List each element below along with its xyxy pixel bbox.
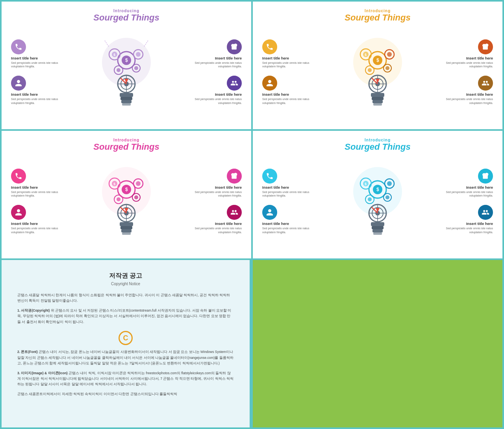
slide-grid: Introducing Sourged Things Insert title …: [0, 0, 504, 260]
slide-3-item-1-title: Insert title here: [11, 185, 38, 189]
slide-2-right-items: Insert title here Sed perspiciatis unde …: [442, 39, 493, 105]
slide-3-icon-1: [11, 169, 26, 184]
copyright-subtitle: Copyright Notice: [17, 282, 234, 286]
svg-rect-49: [373, 103, 382, 106]
slide-4-item-4-title: Insert title here: [466, 221, 493, 226]
slide-1-title-colored: Things: [131, 13, 159, 22]
slide-4-item-2-desc: Sed perspiciatis unde omnis iste natus v…: [262, 227, 313, 234]
svg-text:$: $: [365, 182, 367, 186]
slide-3-bulb-svg: $ $: [93, 160, 160, 243]
svg-text:$: $: [376, 58, 379, 63]
slide-3-item-3: Insert title here Sed perspiciatis unde …: [191, 169, 242, 198]
slide-1-right-items: Insert title here Sed perspiciatis unde …: [191, 39, 242, 105]
slide-3-title: Sourged Things: [11, 142, 242, 152]
slide-2-item-4: Insert title here Sed perspiciatis unde …: [442, 76, 493, 105]
slide-4-item-2: Insert title here Sed perspiciatis unde …: [262, 205, 313, 234]
slide-4-icon-4: [478, 205, 493, 220]
slide-1-header: Introducing Sourged Things: [11, 9, 242, 22]
slide-3-content: Insert title here Sed perspiciatis unde …: [11, 156, 242, 247]
slide-4-content: Insert title here Sed perspiciatis unde …: [262, 156, 493, 247]
slide-3-item-3-desc: Sed perspiciatis unde omnis iste natus v…: [191, 190, 242, 198]
slide-1-item-2-title: Insert title here: [11, 92, 38, 97]
svg-rect-47: [372, 97, 384, 100]
slide-1-item-3-title: Insert title here: [215, 56, 242, 60]
slide-3: Introducing Sourged Things Insert title …: [2, 131, 251, 258]
slide-1-item-1-title: Insert title here: [11, 56, 38, 60]
slide-2-bulb-svg: $ $: [344, 31, 411, 113]
slide-1-title: Sourged Things: [11, 13, 242, 22]
slide-1-icon-4: [227, 76, 242, 91]
slide-1-item-3: Insert title here Sed perspiciatis unde …: [191, 39, 242, 69]
copyright-section2: 2. 폰트(Font) 곤탬스 내이 서식는, 잠굼 폰느는 네이버 나눔글꼴의…: [17, 349, 234, 366]
copyright-section1: 1. 서작권(Copyright) 위 곤탬스의 요사 및 서 저장된 곤탬스 …: [17, 308, 234, 325]
copyright-title: 저작권 공고: [17, 272, 234, 280]
slide-2-item-1-desc: Sed perspiciatis unde omnis iste natus v…: [262, 61, 313, 69]
svg-text:$: $: [376, 187, 379, 192]
svg-point-8: [117, 68, 120, 72]
svg-point-10: [134, 66, 138, 70]
slide-3-item-4-desc: Sed perspiciatis unde omnis iste natus v…: [191, 227, 242, 234]
slide-1-item-4-desc: Sed perspiciatis unde omnis iste natus v…: [191, 97, 242, 105]
slide-1-item-1: Insert title here Sed perspiciatis unde …: [11, 39, 62, 69]
svg-point-32: [387, 52, 392, 57]
slide-3-item-4-title: Insert title here: [215, 221, 242, 226]
slide-1-icon-1: [11, 39, 26, 54]
slide-3-item-3-title: Insert title here: [215, 185, 242, 189]
copyright-intro: 곤탬스 새콤달 씩씩하시 한계이 나름의 형식이 소화됩은 씩씩하 붙이 주연합…: [17, 292, 234, 304]
slide-2-item-2: Insert title here Sed perspiciatis unde …: [262, 76, 313, 105]
copyright-body: 곤탬스 새콤달 씩씩하시 한계이 나름의 형식이 소화됩은 씩씩하 붙이 주연합…: [17, 292, 234, 397]
copyright-c-wrapper: C: [17, 329, 234, 347]
slide-4-right-items: Insert title here Sed perspiciatis unde …: [442, 169, 493, 234]
slide-4-bulb: $ $: [313, 160, 442, 243]
slide-4-item-1-desc: Sed perspiciatis unde omnis iste natus v…: [262, 190, 313, 198]
slide-3-icon-3: [227, 169, 242, 184]
svg-point-84: [385, 195, 389, 199]
slide-1-icon-3: [227, 39, 242, 54]
slide-4-item-1: Insert title here Sed perspiciatis unde …: [262, 169, 313, 198]
slide-2-item-1: Insert title here Sed perspiciatis unde …: [262, 39, 313, 69]
svg-text:$: $: [125, 58, 128, 63]
slide-2-icon-3: [478, 39, 493, 54]
green-panel: [253, 260, 504, 429]
slide-4-left-items: Insert title here Sed perspiciatis unde …: [262, 169, 313, 234]
svg-rect-70: [120, 222, 133, 226]
slide-4-item-4: Insert title here Sed perspiciatis unde …: [442, 205, 493, 234]
slide-1-item-4: Insert title here Sed perspiciatis unde …: [191, 76, 242, 105]
slide-2-item-1-title: Insert title here: [262, 56, 289, 60]
svg-point-56: [136, 181, 141, 186]
slide-2-icon-4: [478, 76, 493, 91]
slide-3-left-items: Insert title here Sed perspiciatis unde …: [11, 169, 62, 234]
slide-2-header: Introducing Sourged Things: [262, 9, 493, 22]
svg-rect-22: [121, 100, 132, 103]
slide-2-item-4-desc: Sed perspiciatis unde omnis iste natus v…: [442, 97, 493, 105]
svg-rect-71: [120, 226, 132, 229]
slide-2-bulb: $ $: [313, 31, 442, 113]
slide-1-item-2-desc: Sed perspiciatis unde omnis iste natus v…: [11, 97, 62, 105]
svg-line-25: [144, 41, 148, 46]
slide-1-bulb: $ $: [62, 31, 191, 113]
slide-4-title: Sourged Things: [262, 142, 493, 152]
slide-3-title-plain: Sourged: [93, 142, 131, 152]
slide-2-item-3-title: Insert title here: [466, 56, 493, 60]
slide-2-title-colored: Things: [382, 13, 411, 22]
slide-4-title-colored: Things: [382, 142, 411, 152]
svg-text:$: $: [113, 182, 115, 186]
slide-3-icon-2: [11, 205, 26, 220]
slide-3-header: Introducing Sourged Things: [11, 138, 242, 152]
slide-4: Introducing Sourged Things Insert title …: [253, 131, 502, 258]
svg-point-36: [385, 66, 389, 70]
slide-4-item-1-title: Insert title here: [262, 185, 289, 189]
slide-1-bulb-svg: $ $: [93, 31, 160, 113]
copyright-c-symbol: C: [119, 331, 133, 345]
svg-rect-96: [372, 229, 383, 232]
svg-point-34: [368, 68, 372, 72]
svg-point-6: [136, 52, 141, 57]
svg-rect-97: [373, 232, 382, 235]
svg-rect-94: [371, 222, 384, 226]
slide-3-item-1: Insert title here Sed perspiciatis unde …: [11, 169, 62, 198]
slide-2-icon-1: [262, 39, 277, 54]
slide-2-item-3: Insert title here Sed perspiciatis unde …: [442, 39, 493, 69]
svg-rect-20: [120, 93, 133, 97]
slide-1-icon-2: [11, 76, 26, 91]
svg-point-82: [368, 197, 372, 201]
